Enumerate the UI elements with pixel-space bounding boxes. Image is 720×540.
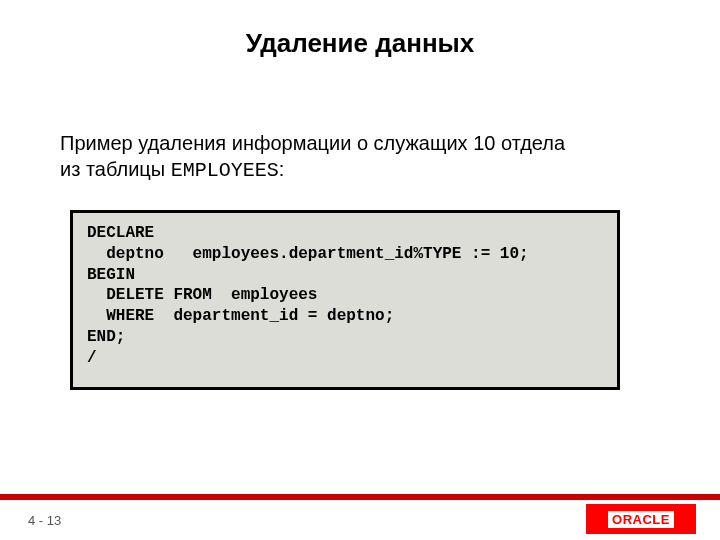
- oracle-logo-text: ORACLE: [608, 511, 674, 528]
- footer-band: 4 - 13 ORACLE: [0, 500, 720, 540]
- code-block: DECLARE deptno employees.department_id%T…: [70, 210, 620, 390]
- slide: Удаление данных Пример удаления информац…: [0, 0, 720, 540]
- body-line2-mono: EMPLOYEES: [171, 159, 279, 182]
- oracle-logo: ORACLE: [586, 504, 696, 534]
- body-line1: Пример удаления информации о служащих 10…: [60, 132, 565, 154]
- body-line2-prefix: из таблицы: [60, 158, 171, 180]
- slide-body: Пример удаления информации о служащих 10…: [60, 130, 660, 184]
- body-line2-suffix: :: [279, 158, 285, 180]
- page-number: 4 - 13: [28, 513, 61, 528]
- slide-title: Удаление данных: [0, 28, 720, 59]
